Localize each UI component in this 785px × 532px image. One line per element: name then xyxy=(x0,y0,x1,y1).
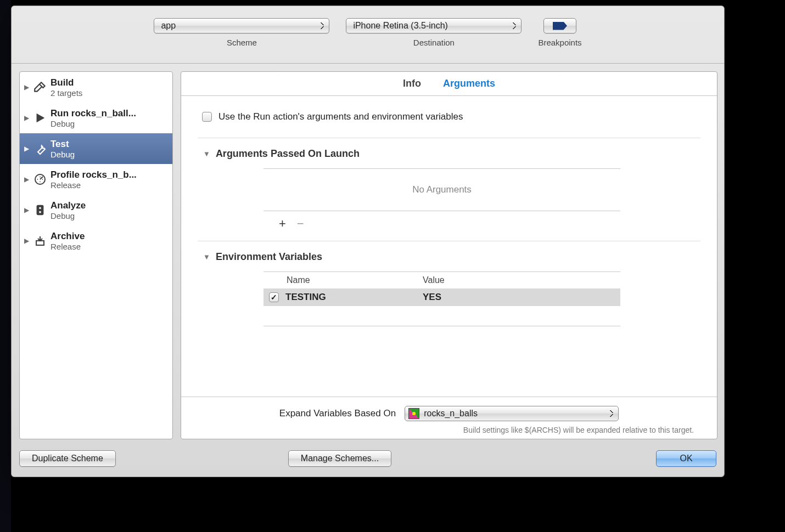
target-icon xyxy=(408,408,419,419)
dialog-footer: Duplicate Scheme Manage Schemes... OK xyxy=(12,447,724,477)
expand-row: Expand Variables Based On rocks_n_balls xyxy=(181,397,717,426)
env-section-title: Environment Variables xyxy=(216,251,322,263)
table-row[interactable]: TESTING YES xyxy=(263,288,620,306)
svg-point-2 xyxy=(39,207,41,210)
sidebar-item-label: Build xyxy=(51,77,82,88)
tab-info[interactable]: Info xyxy=(403,78,421,89)
arguments-section: ▼ Arguments Passed On Launch No Argument… xyxy=(198,138,700,241)
sidebar-item-sub: Debug xyxy=(51,119,136,128)
env-col-name: Name xyxy=(269,275,423,285)
main-panel: Info Arguments Use the Run action's argu… xyxy=(181,71,717,439)
destination-dropdown[interactable]: iPhone Retina (3.5-inch) xyxy=(346,18,522,33)
wrench-icon xyxy=(33,142,47,156)
tab-arguments[interactable]: Arguments xyxy=(443,78,495,89)
sidebar-item-profile[interactable]: ▶ Profile rocks_n_b... Release xyxy=(20,164,172,195)
sidebar-item-run[interactable]: ▶ Run rocks_n_ball... Debug xyxy=(20,103,172,133)
sidebar-item-archive[interactable]: ▶ Archive Release xyxy=(20,225,172,256)
chevron-right-icon: ▶ xyxy=(24,114,30,122)
duplicate-scheme-button[interactable]: Duplicate Scheme xyxy=(19,450,116,467)
sidebar-item-label: Run rocks_n_ball... xyxy=(51,108,136,119)
arguments-section-header[interactable]: ▼ Arguments Passed On Launch xyxy=(198,148,700,160)
play-icon xyxy=(33,111,47,125)
sidebar-item-sub: Release xyxy=(51,242,85,251)
sidebar-item-label: Archive xyxy=(51,231,85,242)
arguments-list: No Arguments xyxy=(263,168,620,211)
background-editor xyxy=(0,0,11,532)
arguments-content: Use the Run action's arguments and envir… xyxy=(181,96,717,397)
sidebar-item-label: Analyze xyxy=(51,200,86,211)
tabbar: Info Arguments xyxy=(181,72,717,96)
chevron-right-icon: ▶ xyxy=(24,206,30,214)
remove-argument-button[interactable]: − xyxy=(297,217,304,231)
sidebar-item-build[interactable]: ▶ Build 2 targets xyxy=(20,72,172,103)
use-run-action-label: Use the Run action's arguments and envir… xyxy=(218,111,463,122)
expand-hint: Build settings like $(ARCHS) will be exp… xyxy=(181,426,717,439)
chevron-right-icon: ▶ xyxy=(24,145,30,152)
expand-label: Expand Variables Based On xyxy=(279,408,396,419)
env-row-checkbox[interactable] xyxy=(269,292,279,302)
sidebar-item-sub: Debug xyxy=(51,211,86,220)
gauge-icon xyxy=(33,172,47,186)
chevron-right-icon: ▶ xyxy=(24,176,30,183)
chevron-down-icon: ▼ xyxy=(203,253,210,261)
breakpoints-group: Breakpoints xyxy=(538,18,581,47)
env-section-header[interactable]: ▼ Environment Variables xyxy=(198,251,700,263)
scheme-label: Scheme xyxy=(227,38,257,47)
hammer-icon xyxy=(33,80,47,94)
scheme-group: app Scheme xyxy=(154,18,329,47)
env-value[interactable]: YES xyxy=(423,292,615,303)
expand-target-dropdown[interactable]: rocks_n_balls xyxy=(405,406,619,421)
chevron-right-icon: ▶ xyxy=(24,83,30,91)
svg-rect-1 xyxy=(37,205,44,215)
sidebar-item-label: Test xyxy=(51,139,75,150)
chevron-down-icon: ▼ xyxy=(203,150,210,158)
destination-group: iPhone Retina (3.5-inch) Destination xyxy=(346,18,522,47)
archive-icon xyxy=(33,234,47,248)
dialog-header: app Scheme iPhone Retina (3.5-inch) Dest… xyxy=(12,6,724,64)
sidebar-item-analyze[interactable]: ▶ Analyze Debug xyxy=(20,195,172,225)
scheme-actions-sidebar: ▶ Build 2 targets ▶ Run rocks_n_ball... … xyxy=(19,71,173,439)
use-run-action-row: Use the Run action's arguments and envir… xyxy=(198,109,700,138)
env-header-row: Name Value xyxy=(263,272,620,288)
analyze-icon xyxy=(33,203,47,217)
breakpoints-label: Breakpoints xyxy=(538,38,581,47)
arguments-toolbar: + − xyxy=(263,211,700,236)
scheme-dropdown[interactable]: app xyxy=(154,18,329,33)
scheme-editor-dialog: app Scheme iPhone Retina (3.5-inch) Dest… xyxy=(11,5,725,477)
use-run-action-checkbox[interactable] xyxy=(202,112,212,122)
ok-button[interactable]: OK xyxy=(656,450,716,467)
sidebar-item-test[interactable]: ▶ Test Debug xyxy=(20,133,172,164)
arguments-section-title: Arguments Passed On Launch xyxy=(216,148,360,160)
breakpoint-icon xyxy=(553,22,567,30)
manage-schemes-button[interactable]: Manage Schemes... xyxy=(288,450,391,467)
sidebar-item-sub: 2 targets xyxy=(51,88,82,98)
destination-dropdown-value: iPhone Retina (3.5-inch) xyxy=(353,21,448,31)
add-argument-button[interactable]: + xyxy=(279,217,286,231)
env-table: Name Value TESTING YES xyxy=(263,271,620,326)
chevron-right-icon: ▶ xyxy=(24,237,30,245)
sidebar-item-sub: Debug xyxy=(51,150,75,159)
expand-target-value: rocks_n_balls xyxy=(424,409,478,418)
scheme-dropdown-value: app xyxy=(161,21,176,31)
sidebar-item-label: Profile rocks_n_b... xyxy=(51,169,137,180)
dialog-body: ▶ Build 2 targets ▶ Run rocks_n_ball... … xyxy=(12,64,724,447)
destination-label: Destination xyxy=(413,38,455,47)
svg-point-3 xyxy=(39,211,41,213)
env-section: ▼ Environment Variables Name Value TES xyxy=(198,241,700,331)
no-arguments-placeholder: No Arguments xyxy=(263,169,620,211)
env-col-value: Value xyxy=(423,275,615,285)
breakpoints-button[interactable] xyxy=(543,18,576,33)
sidebar-item-sub: Release xyxy=(51,180,137,190)
env-name[interactable]: TESTING xyxy=(285,292,423,303)
